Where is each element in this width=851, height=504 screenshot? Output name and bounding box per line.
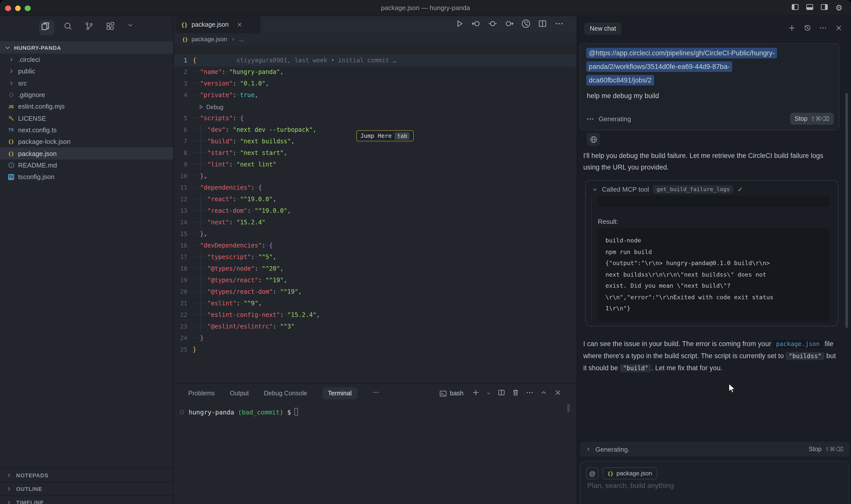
sidebar-section-notepads[interactable]: NOTEPADS [0, 468, 173, 482]
add-context-button[interactable]: @ [586, 467, 598, 479]
panel-more-button[interactable] [526, 389, 533, 398]
file-tree-item-src[interactable]: src [0, 77, 173, 89]
file-tree-item-public[interactable]: public [0, 66, 173, 77]
file-tree-item-package-lock.json[interactable]: {}package-lock.json [0, 136, 173, 148]
breadcrumb[interactable]: {} package.json ... [174, 33, 577, 45]
file-tree-item-README.md[interactable]: README.md [0, 159, 173, 171]
activity-source-control-button[interactable] [85, 22, 96, 34]
chat-more-button[interactable] [819, 24, 827, 33]
breadcrumb-file[interactable]: package.json [192, 36, 227, 43]
code-line-22[interactable]: 22····"eslint-config-next":·"15.2.4", [174, 309, 577, 321]
user-url-attachment[interactable]: @https://app.circleci.com/pipelines/gh/C… [586, 48, 777, 89]
url-text[interactable]: panda/2/workflows/3514d0fe-ea69-44d9-87b… [586, 61, 732, 72]
code-line-1[interactable]: 1{ stiyyagura0901, last week • initial c… [174, 55, 577, 66]
tab-package-json[interactable]: {} package.json [175, 16, 261, 33]
chat-scrollbar[interactable] [846, 93, 848, 328]
code-line-5[interactable]: 5··"scripts":·{ [174, 113, 577, 124]
code-line-10[interactable]: 10··}, [174, 170, 577, 182]
code-line-text: ····"next":·"15.2.4" [187, 217, 265, 228]
package-json-link[interactable]: package.json [773, 340, 822, 348]
circle-arrow-right-button[interactable] [505, 19, 514, 30]
code-line-11[interactable]: 11··"dependencies":·{ [174, 182, 577, 194]
mcp-result-block[interactable]: build-nodenpm run build{"output":"\r\n> … [598, 228, 830, 322]
code-line-4[interactable]: 4··"private":·true, [174, 90, 577, 101]
explorer-project-header[interactable]: HUNGRY-PANDA [0, 41, 173, 54]
mcp-tool-header[interactable]: Called MCP tool get_build_failure_logs ✓ [592, 185, 743, 194]
panel-close-button[interactable] [554, 389, 562, 398]
panel-chevron-down-button[interactable] [486, 389, 491, 398]
activity-extensions-button[interactable] [106, 22, 118, 34]
url-text[interactable]: @https://app.circleci.com/pipelines/gh/C… [586, 48, 777, 58]
layout-bottom-toggle-button[interactable] [806, 3, 814, 13]
chat-history-button[interactable] [804, 24, 811, 33]
code-line-15[interactable]: 15··}, [174, 228, 577, 240]
code-line-17[interactable]: 17····"typescript":·"^5", [174, 252, 577, 263]
layout-left-toggle-button[interactable] [791, 3, 799, 13]
stop-button[interactable]: Stop ⇧⌘⌫ [790, 113, 834, 125]
chat-close-button[interactable] [835, 24, 843, 33]
terminal-scrollbar[interactable] [567, 404, 570, 412]
debug-codelens[interactable]: Debug [174, 101, 577, 113]
circle-arrow-left-button[interactable] [472, 19, 481, 30]
source-control-graph-button[interactable] [521, 19, 530, 30]
code-line-18[interactable]: 18····"@types/node":·"^20", [174, 263, 577, 275]
code-editor[interactable]: 1{ stiyyagura0901, last week • initial c… [174, 45, 577, 383]
close-tab-icon[interactable] [237, 22, 243, 28]
code-line-3[interactable]: 3··"version":·"0.1.0", [174, 78, 577, 90]
layout-right-toggle-button[interactable] [820, 3, 828, 13]
file-tree-item-.circleci[interactable]: .circleci [0, 54, 173, 66]
code-line-25[interactable]: 25} [174, 344, 577, 356]
panel-tab-debug-console[interactable]: Debug Console [264, 390, 307, 397]
chat-input-placeholder[interactable]: Plan, search, build anything [587, 481, 674, 489]
split-editor-button[interactable] [538, 19, 547, 30]
panel-tabs-more-button[interactable] [372, 389, 379, 398]
code-line-20[interactable]: 20····"@types/react-dom":·"^19", [174, 286, 577, 298]
jump-here-tooltip[interactable]: Jump Here tab [356, 130, 414, 141]
code-line-2[interactable]: 2··"name":·"hungry-panda", [174, 66, 577, 78]
sidebar-section-outline[interactable]: OUTLINE [0, 482, 173, 496]
file-tree-item-eslint.config.mjs[interactable]: JSeslint.config.mjs [0, 101, 173, 112]
panel-tab-output[interactable]: Output [230, 390, 249, 397]
code-line-16[interactable]: 16··"devDependencies":·{ [174, 240, 577, 252]
code-line-13[interactable]: 13····"react-dom":·"^19.0.0", [174, 205, 577, 217]
mcp-params-collapsed[interactable] [598, 196, 830, 207]
chat-tab[interactable]: New chat [584, 23, 621, 35]
code-line-23[interactable]: 23····"@eslint/eslintrc":·"^3" [174, 321, 577, 332]
activity-files-button[interactable] [39, 20, 54, 35]
panel-trash-button[interactable] [512, 389, 519, 398]
activity-search-button[interactable] [64, 22, 75, 34]
chat-plus-button[interactable] [788, 24, 796, 33]
circle-dash-button[interactable] [488, 19, 497, 30]
code-line-9[interactable]: 9····"lint":·"next lint" [174, 159, 577, 170]
code-line-21[interactable]: 21····"eslint":·"^9", [174, 298, 577, 309]
terminal-prompt-line[interactable]: hungry-panda (bad_commit) $ [179, 408, 298, 416]
panel-split-editor-button[interactable] [498, 389, 505, 398]
file-tree-item-next.config.ts[interactable]: TSnext.config.ts [0, 124, 173, 136]
settings-button[interactable]: ⚙ [835, 3, 843, 13]
panel-tab-problems[interactable]: Problems [188, 390, 215, 397]
file-tree-item-package.json[interactable]: {}package.json [0, 148, 173, 159]
panel-plus-button[interactable] [472, 389, 480, 398]
sidebar-section-timeline[interactable]: TIMELINE [0, 496, 173, 504]
more-button[interactable] [554, 19, 564, 30]
panel-tab-terminal[interactable]: Terminal [322, 387, 357, 399]
file-tree-item-LICENSE[interactable]: LICENSE [0, 112, 173, 124]
stop-button[interactable]: Stop ⇧⌘⌫ [809, 446, 844, 453]
panel-chevron-up-button[interactable] [540, 389, 548, 398]
file-tree-item-.gitignore[interactable]: .gitignore [0, 89, 173, 101]
code-line-8[interactable]: 8····"start":·"next start", [174, 147, 577, 159]
terminal-instance[interactable]: bash [439, 390, 463, 397]
activity-chevron-down-button[interactable] [127, 22, 139, 34]
context-chip-package-json[interactable]: {} package.json [602, 467, 657, 479]
editor-tabstrip: {} package.json [174, 16, 577, 33]
code-line-14[interactable]: 14····"next":·"15.2.4" [174, 217, 577, 228]
generating-status-bar[interactable]: Generating. Stop ⇧⌘⌫ [580, 442, 850, 457]
breadcrumb-more[interactable]: ... [239, 36, 244, 43]
code-line-24[interactable]: 24··} [174, 332, 577, 344]
chat-input-box[interactable]: @ {} package.json Plan, search, build an… [580, 461, 850, 504]
play-button[interactable] [455, 19, 464, 30]
url-text[interactable]: dca60fbc8491/jobs/2 [586, 75, 654, 86]
code-line-19[interactable]: 19····"@types/react":·"^19", [174, 275, 577, 286]
file-tree-item-tsconfig.json[interactable]: TStsconfig.json [0, 171, 173, 183]
code-line-12[interactable]: 12····"react":·"^19.0.0", [174, 194, 577, 205]
